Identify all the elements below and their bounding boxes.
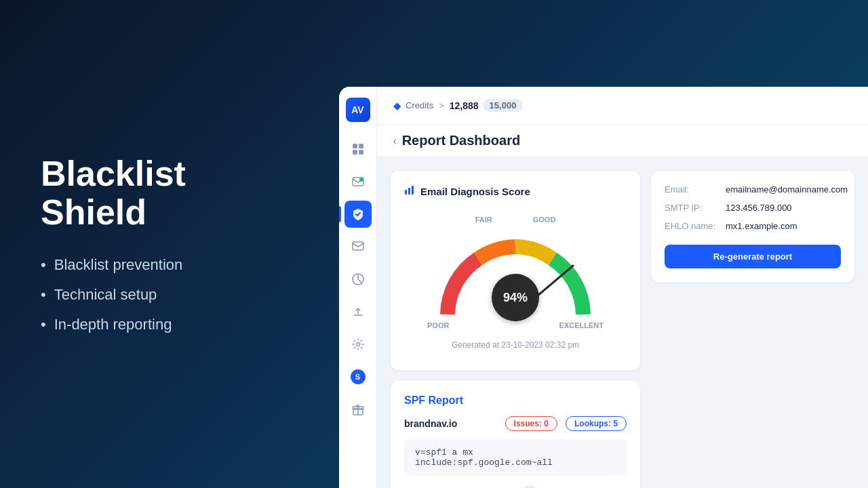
spf-breakdown-toggle[interactable]: Additional SPF breakdown ▾ bbox=[404, 485, 627, 488]
lookups-badge: Lookups: 5 bbox=[566, 416, 627, 431]
sidebar-item-analytics[interactable] bbox=[344, 266, 372, 293]
ehlo-label: EHLO name: bbox=[665, 221, 726, 231]
svg-rect-12 bbox=[408, 188, 410, 195]
breadcrumb-bar: ‹ Report Dashboard bbox=[377, 125, 868, 157]
fair-label: FAIR bbox=[475, 216, 492, 224]
credits-icon: ◆ bbox=[393, 100, 401, 112]
spf-domain-row: brandnav.io Issues: 0 Lookups: 5 bbox=[404, 416, 627, 431]
marketing-title: Blacklist Shield bbox=[41, 155, 298, 232]
sidebar-item-email[interactable] bbox=[344, 168, 372, 195]
spf-record: v=spf1 a mx include:spf.google.com~all bbox=[404, 439, 627, 476]
credits-used: 12,888 bbox=[450, 100, 479, 111]
credits-label: Credits bbox=[406, 100, 433, 110]
card-title: Email Diagnosis Score bbox=[404, 184, 627, 198]
app-container: AV bbox=[339, 87, 868, 488]
issues-badge: Issues: 0 bbox=[505, 416, 557, 431]
chart-icon bbox=[404, 184, 415, 198]
back-arrow[interactable]: ‹ bbox=[393, 136, 397, 146]
sidebar-item-gift[interactable] bbox=[344, 396, 372, 423]
diagnosis-score-card: Email Diagnosis Score FAIR GOOD bbox=[391, 171, 640, 370]
smtp-value: 123.456.789.000 bbox=[726, 203, 841, 213]
left-column: Email Diagnosis Score FAIR GOOD bbox=[391, 171, 640, 474]
credits-total: 15,000 bbox=[483, 99, 524, 112]
sidebar-item-settings[interactable] bbox=[344, 331, 372, 358]
svg-rect-1 bbox=[359, 144, 363, 148]
header: ◆ Credits > 12,888 15,000 bbox=[377, 87, 868, 125]
svg-point-8 bbox=[356, 343, 359, 346]
spf-domain: brandnav.io bbox=[404, 418, 497, 429]
sidebar: AV bbox=[339, 87, 377, 488]
page-title: Report Dashboard bbox=[402, 133, 520, 148]
right-column: Email: emailname@domainname.com SMTP IP:… bbox=[651, 171, 854, 474]
smtp-info-row: SMTP IP: 123.456.789.000 bbox=[665, 203, 841, 213]
regen-button[interactable]: Re-generate report bbox=[665, 245, 841, 268]
svg-rect-0 bbox=[353, 144, 357, 148]
email-value: emailname@domainname.com bbox=[726, 184, 848, 195]
sidebar-item-inbox[interactable] bbox=[344, 233, 372, 260]
ehlo-info-row: EHLO name: mx1.example.com bbox=[665, 221, 841, 231]
spf-report-card: SPF Report brandnav.io Issues: 0 Lookups… bbox=[391, 381, 640, 488]
good-label: GOOD bbox=[533, 216, 556, 224]
bullet-3: In-depth reporting bbox=[41, 316, 298, 333]
main-content: ◆ Credits > 12,888 15,000 ‹ Report Dashb… bbox=[377, 87, 868, 488]
gauge-score: 94% bbox=[492, 274, 539, 321]
sidebar-item-shield[interactable] bbox=[344, 201, 372, 228]
svg-rect-2 bbox=[353, 150, 357, 155]
marketing-panel: Blacklist Shield Blacklist prevention Te… bbox=[0, 0, 339, 488]
credits-section: ◆ Credits > 12,888 15,000 bbox=[393, 99, 523, 112]
sidebar-item-score[interactable]: S bbox=[344, 363, 372, 390]
credits-separator: > bbox=[439, 100, 444, 110]
ehlo-value: mx1.example.com bbox=[726, 221, 841, 231]
app-logo[interactable]: AV bbox=[346, 98, 370, 122]
server-info-card: Email: emailname@domainname.com SMTP IP:… bbox=[651, 171, 854, 282]
card-title-text: Email Diagnosis Score bbox=[420, 186, 530, 197]
marketing-bullets: Blacklist prevention Technical setup In-… bbox=[41, 256, 298, 333]
email-info-row: Email: emailname@domainname.com bbox=[665, 184, 841, 195]
gauge-wrapper: 94% bbox=[427, 226, 604, 328]
svg-rect-13 bbox=[412, 186, 414, 195]
content-area: Email Diagnosis Score FAIR GOOD bbox=[377, 157, 868, 488]
svg-rect-11 bbox=[405, 190, 407, 195]
generated-timestamp: Generated at 23-10-2023 02:32 pm bbox=[452, 340, 579, 350]
gauge-container: FAIR GOOD bbox=[404, 209, 627, 357]
email-label: Email: bbox=[665, 184, 726, 195]
svg-rect-3 bbox=[359, 150, 363, 155]
svg-point-5 bbox=[359, 178, 363, 182]
sidebar-item-dashboard[interactable] bbox=[344, 136, 372, 163]
svg-rect-6 bbox=[353, 242, 363, 250]
bullet-1: Blacklist prevention bbox=[41, 256, 298, 274]
chevron-down-icon[interactable]: ▾ bbox=[521, 485, 538, 488]
smtp-label: SMTP IP: bbox=[665, 203, 726, 213]
spf-report-title: SPF Report bbox=[404, 394, 627, 407]
sidebar-item-upload[interactable] bbox=[344, 298, 372, 325]
bullet-2: Technical setup bbox=[41, 286, 298, 304]
